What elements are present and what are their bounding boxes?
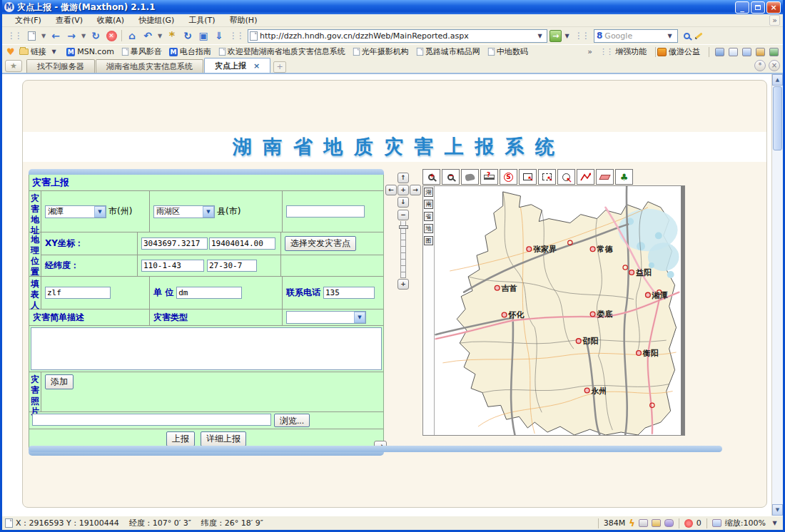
refresh-button[interactable]: ↻ [88, 29, 103, 43]
longitude-input[interactable] [141, 260, 204, 272]
y-coordinate-input[interactable] [209, 237, 275, 250]
history-clock-button[interactable]: ↻ [180, 29, 196, 43]
map-pan-hand-button[interactable] [461, 169, 479, 185]
map-circle-select-button[interactable]: ↖ [557, 169, 575, 185]
reporter-input[interactable] [45, 287, 111, 299]
new-tab-button[interactable]: + [273, 61, 286, 73]
menu-view[interactable]: 查看(V) [49, 15, 90, 26]
download-button[interactable]: ⇓ [211, 29, 227, 43]
zoom-slider[interactable]: − + [397, 210, 409, 290]
menu-groups[interactable]: 快捷组(G) [131, 15, 181, 26]
undo-button[interactable]: ↶ [140, 29, 156, 43]
menu-file[interactable]: 文件(F) [8, 15, 49, 26]
minimize-button[interactable]: _ [735, 1, 749, 14]
latitude-input[interactable] [207, 260, 257, 272]
enhance-features-link[interactable]: 增强功能 [615, 46, 647, 57]
unit-input[interactable] [176, 287, 242, 299]
map-polyline-button[interactable] [577, 169, 594, 185]
popup-blocker-icon[interactable] [684, 519, 693, 528]
layer-button[interactable]: 南 [424, 200, 433, 209]
bookmark-storm-player[interactable]: 暴风影音 [121, 46, 162, 57]
go-button[interactable]: → [550, 30, 562, 42]
boost-icon[interactable]: ϟ [629, 518, 635, 528]
search-input[interactable]: Google [604, 31, 664, 41]
pan-down-button[interactable]: ↓ [397, 197, 409, 208]
x-coordinate-input[interactable] [141, 237, 208, 250]
bookmark-msn[interactable]: MMSN.com [66, 47, 114, 56]
maximize-button[interactable] [751, 1, 765, 14]
map-measure-button[interactable]: ? [480, 169, 498, 185]
bookmark-city-boutique[interactable]: 觅路城市精品网 [416, 46, 480, 57]
zoom-in-slider-button[interactable]: + [397, 279, 409, 290]
browse-button[interactable]: 浏览... [274, 414, 310, 427]
pan-right-button[interactable]: → [410, 185, 421, 195]
back-button[interactable]: ← [48, 29, 64, 43]
address-url[interactable]: http://dzzh.hndh.gov.cn/dzzhWeb/MainRepo… [260, 31, 535, 41]
map-zoom-out-button[interactable]: − [442, 169, 460, 185]
map-canvas[interactable]: 张家界常德益阳吉首怀化娄底湘潭邵阳衡阳永州 [435, 186, 681, 435]
pan-center-button[interactable]: + [397, 185, 409, 195]
pan-left-button[interactable]: ← [385, 185, 397, 195]
layer-button[interactable]: 图 [424, 236, 433, 245]
home-button[interactable]: ⌂ [124, 29, 140, 43]
bookmark-zhongdi-digital[interactable]: 中地数码 [487, 46, 528, 57]
phone-input[interactable] [323, 287, 375, 299]
stop-button[interactable]: ✕ [103, 29, 119, 43]
zoom-slider-track[interactable] [400, 221, 406, 278]
capture-button[interactable]: ▣ [196, 29, 211, 43]
detail-submit-button[interactable]: 详细上报 [201, 431, 246, 446]
menu-help[interactable]: 帮助(H) [223, 15, 265, 26]
zoom-dropdown-icon[interactable]: ▼ [769, 518, 780, 528]
undo-dropdown-icon[interactable]: ▼ [156, 29, 164, 43]
new-page-button[interactable] [24, 29, 39, 43]
go-dropdown-icon[interactable]: ▼ [562, 31, 572, 41]
maxthon-charity-link[interactable]: 傲游公益 [657, 46, 700, 57]
scrollbar-track[interactable] [772, 151, 783, 504]
scroll-up-icon[interactable]: ▲ [772, 74, 783, 86]
map-zoom-in-button[interactable]: + [422, 169, 440, 185]
addressbar-grip[interactable]: ⋮⋮ [229, 31, 243, 41]
search-icon[interactable] [684, 33, 690, 39]
address-detail-input[interactable] [286, 205, 365, 218]
county-select[interactable]: 雨湖区▼ [153, 205, 215, 218]
file-path-input[interactable] [32, 414, 271, 426]
bookmark-photo-agency[interactable]: 光年摄影机构 [353, 46, 409, 57]
plugin-tools-icon[interactable] [769, 48, 779, 56]
description-textarea[interactable] [31, 327, 382, 370]
zoom-out-slider-button[interactable]: − [397, 210, 409, 220]
search-dropdown-icon[interactable]: ▼ [664, 31, 675, 41]
scroll-down-icon[interactable]: ▼ [772, 504, 783, 516]
map-rect-select-button[interactable]: ↖ [519, 169, 537, 185]
package-icon[interactable] [664, 519, 674, 527]
address-bar[interactable]: http://dzzh.hndh.gov.cn/dzzhWeb/MainRepo… [248, 29, 547, 43]
layer-button[interactable]: 省 [424, 212, 433, 221]
magic-fill-button[interactable]: * [164, 29, 180, 43]
search-grip[interactable]: ⋮⋮ [574, 31, 589, 41]
pen-cup-icon[interactable] [756, 48, 765, 56]
add-photo-button[interactable]: 添加 [45, 374, 74, 389]
folder-status-icon[interactable] [652, 519, 661, 527]
submit-button[interactable]: 上报 [166, 431, 195, 446]
layer-button[interactable]: 地 [424, 224, 433, 233]
tab-settings-wrench-button[interactable]: * [754, 60, 766, 71]
tab-list-close-button[interactable]: × [769, 60, 780, 71]
city-select[interactable]: 湘潭▼ [45, 205, 106, 218]
highlight-pen-icon[interactable] [694, 32, 702, 39]
map-eraser-button[interactable] [596, 169, 614, 185]
map-scale-button[interactable]: S [500, 169, 517, 185]
pick-disaster-point-button[interactable]: 选择突发灾害点 [285, 236, 356, 251]
toolbar-grip[interactable]: ⋮⋮ [7, 31, 21, 41]
zoom-slider-handle[interactable] [399, 225, 408, 229]
disaster-type-select[interactable]: ▼ [286, 311, 366, 324]
resize-window-icon[interactable] [712, 519, 721, 527]
forward-button[interactable]: → [64, 29, 79, 43]
window-list-icon[interactable] [729, 48, 738, 56]
tab-server-not-found[interactable]: 找不到服务器 [26, 59, 95, 73]
favorites-star-button[interactable]: ★ [5, 60, 22, 72]
bookmark-radio-guide[interactable]: M电台指南 [169, 46, 211, 57]
proxy-icon[interactable] [715, 48, 724, 56]
search-box[interactable]: 8 Google ▼ [594, 29, 678, 43]
map-rect-deselect-button[interactable]: ↖ [538, 169, 556, 185]
notes-icon[interactable] [742, 48, 751, 56]
bookmark-hunan-geo-system[interactable]: 欢迎登陆湖南省地质灾害信息系统 [218, 46, 345, 57]
